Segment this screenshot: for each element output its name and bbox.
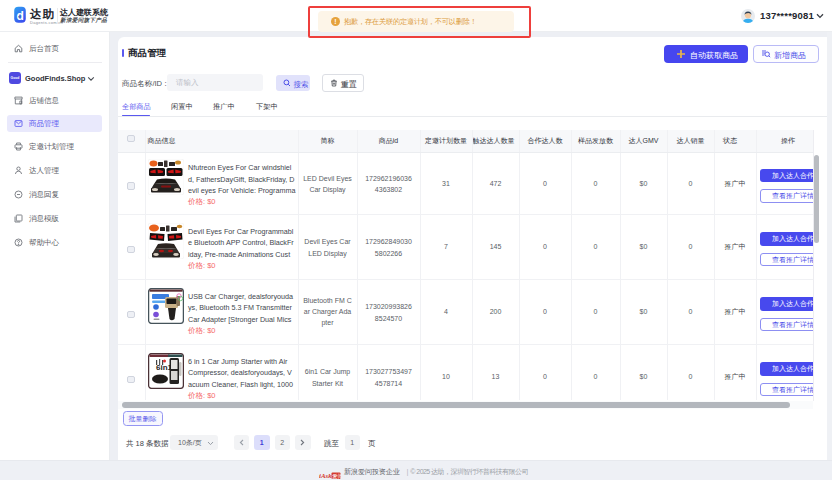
svg-text:d: d (16, 9, 23, 23)
svg-text:iAsk: iAsk (319, 472, 332, 480)
svg-text:爱问: 爱问 (332, 473, 341, 480)
